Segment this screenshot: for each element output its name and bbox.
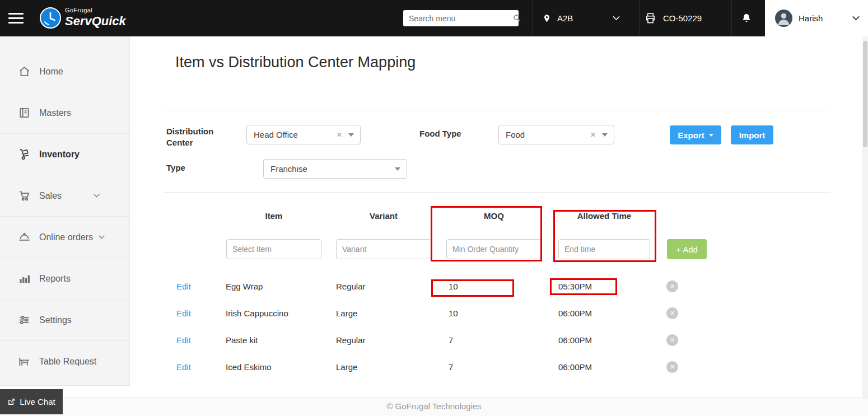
sidebar-item-settings[interactable]: Settings [0,300,129,341]
food-type-dropdown[interactable]: Food [498,125,614,144]
ledger-icon [17,106,31,120]
row-variant: Large [336,359,357,376]
row-allowed-time: 06:00PM [558,332,592,349]
add-label: + Add [676,245,698,254]
type-dropdown[interactable]: Franchise [263,159,407,179]
row-allowed-time: 05:30PM [558,278,592,295]
sidebar-item-table-request[interactable]: Table Request [0,341,129,382]
chevron-down-icon [98,235,105,240]
home-icon [17,65,31,78]
external-link-icon [7,398,16,406]
hamburger-menu-icon[interactable] [8,13,24,24]
add-button[interactable]: + Add [667,239,707,259]
sidebar-item-sales[interactable]: Sales [0,175,129,217]
divider [164,192,830,193]
type-value: Franchise [270,164,307,174]
end-time-input[interactable] [558,239,650,259]
sidebar-item-online-orders[interactable]: Online orders [0,217,129,258]
chevron-down-icon [395,167,400,171]
row-item-name: Iced Eskimo [226,359,272,376]
sidebar-item-masters[interactable]: Masters [0,92,129,134]
clear-icon[interactable] [588,130,600,139]
sidebar-item-label: Online orders [39,232,93,242]
food-type-label: Food Type [419,129,461,138]
hand-truck-icon [17,148,31,161]
brand-logo-icon[interactable] [39,7,62,29]
table-row: Edit Egg Wrap Regular 10 05:30PM [130,278,862,295]
sidebar-item-label: Masters [39,108,71,118]
column-header-allowed-time: Allowed Time [558,211,650,221]
notifications-button[interactable] [740,0,753,36]
row-allowed-time: 06:00PM [558,305,592,322]
chevron-down-icon [93,193,100,198]
row-item-name: Irish Cappuccino [226,305,288,322]
user-avatar [775,10,792,27]
printer-icon [644,12,657,25]
main-content: Item vs Distribution Center Mapping Dist… [130,36,862,398]
row-allowed-time: 06:00PM [558,359,592,376]
row-variant: Regular [336,278,366,295]
row-moq: 7 [449,332,453,349]
footer-text: © GoFrugal Technologies [386,401,481,411]
column-header-moq: MOQ [446,211,542,221]
row-edit-link[interactable]: Edit [176,359,191,376]
distribution-center-dropdown[interactable]: Head Office [246,125,361,144]
brand-name-small: GoFrugal [65,7,126,13]
table-icon [17,355,31,368]
counter-selector[interactable]: CO-50229 [644,0,702,36]
cloche-icon [17,231,31,244]
distribution-center-label: Distribution Center [166,126,218,148]
live-chat-button[interactable]: Live Chat [0,389,63,414]
menu-search[interactable] [403,10,519,26]
scrollbar-thumb[interactable] [863,41,867,147]
delete-icon[interactable] [666,307,678,319]
sidebar-item-reports[interactable]: Reports [0,258,129,300]
counter-label: CO-50229 [663,13,702,23]
sidebar-item-label: Table Request [39,357,96,367]
location-pin-icon [542,12,552,25]
search-input[interactable] [403,14,512,23]
topbar-divider [731,0,732,36]
row-edit-link[interactable]: Edit [176,305,191,322]
page-footer: © GoFrugal Technologies [0,398,868,416]
type-label: Type [166,163,185,172]
sidebar-item-inventory[interactable]: Inventory [0,134,129,175]
row-edit-link[interactable]: Edit [176,278,191,295]
chevron-down-icon [852,15,860,21]
food-type-value: Food [506,130,525,139]
delete-icon[interactable] [666,361,678,373]
select-item-input[interactable] [226,239,321,259]
variant-input[interactable] [336,239,431,259]
sidebar-item-label: Settings [39,315,72,325]
user-menu[interactable]: Harish [765,0,868,36]
brand-wordmark: GoFrugal ServQuick [65,7,126,27]
clear-icon[interactable] [334,130,346,139]
import-button[interactable]: Import [731,125,773,144]
location-selector[interactable]: A2B [542,0,620,36]
moq-input[interactable] [446,239,542,259]
delete-icon[interactable] [666,281,678,292]
bar-chart-icon [17,272,31,286]
location-label: A2B [557,13,573,23]
sidebar: Home Masters Inventory Sales Online orde… [0,36,130,386]
chevron-down-icon [612,15,620,21]
sidebar-item-label: Sales [39,191,62,201]
sidebar-item-label: Inventory [39,149,80,160]
distribution-center-value: Head Office [254,130,298,139]
sliders-icon [17,314,31,327]
row-item-name: Paste kit [226,332,258,349]
sidebar-item-home[interactable]: Home [0,51,129,92]
vertical-scrollbar[interactable] [862,36,868,398]
chevron-down-icon [348,133,354,137]
table-row: Edit Irish Cappuccino Large 10 06:00PM [130,305,862,322]
cart-icon [17,189,31,203]
delete-icon[interactable] [666,334,678,346]
row-edit-link[interactable]: Edit [176,332,191,349]
search-icon[interactable] [512,13,522,23]
topbar-divider [532,0,533,36]
import-label: Import [739,130,766,140]
table-row: Edit Iced Eskimo Large 7 06:00PM [130,359,862,376]
divider [164,110,830,110]
export-button[interactable]: Export [670,125,721,144]
chevron-down-icon [602,133,608,137]
